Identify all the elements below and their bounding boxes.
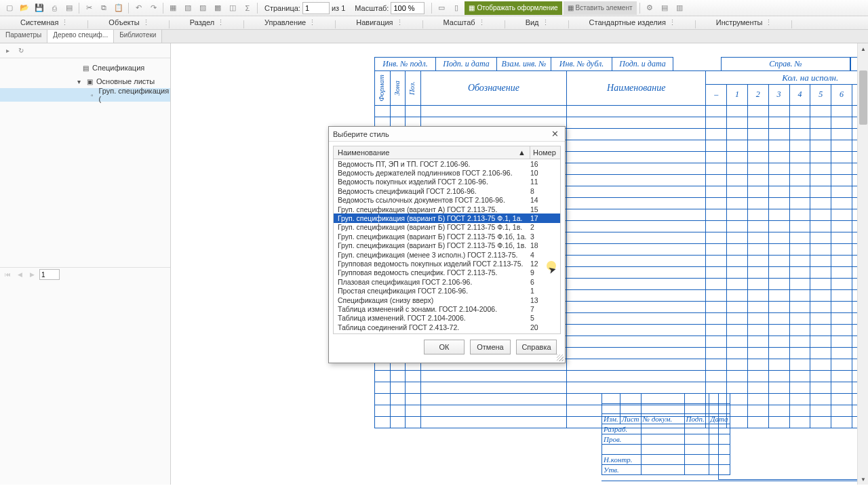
list-item[interactable]: Ведомость ссылочных документов ГОСТ 2.10… xyxy=(334,196,560,205)
menu-section[interactable]: Раздел⋮ xyxy=(170,18,244,27)
menu-view[interactable]: Вид⋮ xyxy=(505,18,569,27)
dialog-title: Выберите стиль xyxy=(333,130,389,138)
num-1: 1 xyxy=(727,85,748,106)
menu-manage[interactable]: Управление⋮ xyxy=(244,18,336,27)
spec-tree: ▤ Спецификация ▾ ▣ Основные листы ▫ Груп… xyxy=(0,58,170,267)
resize-handle[interactable] xyxy=(557,354,564,361)
tb-list: Лист xyxy=(620,414,641,424)
menu-objects[interactable]: Объекты⋮ xyxy=(88,18,169,27)
tb-prov: Пров. xyxy=(602,434,642,445)
paste-icon[interactable]: 📋 xyxy=(112,1,125,15)
print-icon[interactable]: ⎙ xyxy=(47,1,61,15)
tree-tool-icon[interactable]: ↻ xyxy=(16,46,26,56)
tool-icon[interactable]: ▩ xyxy=(211,1,224,15)
menu-standard[interactable]: Стандартные изделия⋮ xyxy=(569,18,696,27)
view-icon[interactable]: ▯ xyxy=(450,1,463,15)
list-item[interactable]: Спецификация (снизу вверх)13 xyxy=(334,296,560,304)
scroll-thumb[interactable] xyxy=(859,70,867,125)
nav-first-icon[interactable]: ⏮ xyxy=(3,270,12,279)
menu-tools[interactable]: Инструменты⋮ xyxy=(696,18,793,27)
zoom-input[interactable] xyxy=(391,2,425,14)
col-format: Формат xyxy=(376,72,386,104)
hdr-podp-data2: Подп. и дата xyxy=(612,58,673,71)
list-item[interactable]: Таблица соединений ГОСТ 2.413-72.20 xyxy=(334,323,560,331)
col-pos: Поз. xyxy=(407,79,416,98)
list-item[interactable]: Груп. спецификация (вариант Б) ГОСТ 2.11… xyxy=(334,223,560,232)
sigma-icon[interactable]: Σ xyxy=(241,1,254,15)
num-3: 3 xyxy=(768,85,789,106)
menu-zoom[interactable]: Масштаб⋮ xyxy=(423,18,505,27)
list-item[interactable]: Груп. спецификация (вариант Б) ГОСТ 2.11… xyxy=(334,241,560,250)
menu-system[interactable]: Системная⋮ xyxy=(0,18,88,27)
col-name: Наименование xyxy=(567,71,706,106)
view-icon[interactable]: ▭ xyxy=(435,1,448,15)
list-item[interactable]: Груп. спецификация (вариант Б) ГОСТ 2.11… xyxy=(334,214,560,222)
tab-spec-tree[interactable]: Дерево специф... xyxy=(47,30,114,43)
file-new-icon[interactable]: ▢ xyxy=(3,1,16,15)
collapse-icon[interactable]: ▾ xyxy=(75,77,83,85)
tool-icon[interactable]: ◫ xyxy=(226,1,239,15)
tree-root[interactable]: ▤ Спецификация xyxy=(0,61,170,75)
list-item[interactable]: Ведомость держателей подлинников ГОСТ 2.… xyxy=(334,168,560,177)
preview-icon[interactable]: ▤ xyxy=(62,1,76,15)
file-open-icon[interactable]: 📂 xyxy=(18,1,31,15)
close-icon[interactable]: ✕ xyxy=(549,128,561,140)
tb-dokum: № докум. xyxy=(641,414,684,424)
nav-prev-icon[interactable]: ◀ xyxy=(15,270,24,279)
help-button[interactable]: Справка xyxy=(516,340,557,354)
list-item[interactable]: Простая спецификация ГОСТ 2.106-96.1 xyxy=(334,286,560,295)
cut-icon[interactable]: ✂ xyxy=(82,1,96,15)
list-item[interactable]: Групповая ведомость покупных изделий ГОС… xyxy=(334,259,560,268)
hdr-inv-podl: Инв. № подл. xyxy=(375,58,436,71)
menubar: Системная⋮ Объекты⋮ Раздел⋮ Управление⋮ … xyxy=(0,16,868,30)
list-item[interactable]: Групповая ведомость специфик. ГОСТ 2.113… xyxy=(334,268,560,277)
list-item[interactable]: Таблица изменений. ГОСТ 2.104-2006.5 xyxy=(334,314,560,323)
cancel-button[interactable]: Отмена xyxy=(470,340,511,354)
folder-icon: ▣ xyxy=(85,77,94,85)
footer: Копировал Формат A4 xyxy=(601,481,868,485)
tool-icon[interactable]: ▨ xyxy=(196,1,210,15)
title-block: Изм. Лист № докум. Подп. Дата Разраб. Пр… xyxy=(601,393,730,475)
list-item[interactable]: Груп. спецификация (вариант Б) ГОСТ 2.11… xyxy=(334,232,560,241)
style-list[interactable]: Ведомость ПТ, ЭП и ТП. ГОСТ 2.106-96.16В… xyxy=(333,159,561,334)
redo-icon[interactable]: ↷ xyxy=(146,1,160,15)
vertical-scrollbar[interactable]: ▲ ▼ xyxy=(857,43,868,485)
nav-next-icon[interactable]: ▶ xyxy=(27,270,37,279)
tool-icon[interactable]: ▤ xyxy=(658,1,671,15)
list-item[interactable]: Ведомость ПТ, ЭП и ТП. ГОСТ 2.106-96.16 xyxy=(334,159,560,168)
list-item[interactable]: Груп. спецификация (вариант А) ГОСТ 2.11… xyxy=(334,205,560,214)
menu-navigation[interactable]: Навигация⋮ xyxy=(336,18,422,27)
table-row[interactable] xyxy=(375,105,869,117)
col-number-header[interactable]: Номер xyxy=(530,146,560,159)
tool-icon[interactable]: ▥ xyxy=(673,1,686,15)
save-icon[interactable]: 💾 xyxy=(33,1,46,15)
insert-element-button[interactable]: ▦ Вставить элемент xyxy=(564,1,637,15)
tree-tool-icon[interactable]: ▸ xyxy=(3,46,12,56)
table-row[interactable] xyxy=(375,370,869,382)
tab-libraries[interactable]: Библиотеки xyxy=(114,30,162,43)
list-item[interactable]: Груп. спецификация (менее 3 исполн.) ГОС… xyxy=(334,250,560,259)
list-item[interactable]: Плазовая спецификация ГОСТ 2.106-96.6 xyxy=(334,277,560,286)
show-design-button[interactable]: ▦ Отображать оформление xyxy=(465,1,561,15)
tree-group-spec[interactable]: ▫ Груп. спецификация ( xyxy=(0,88,170,102)
copy-icon[interactable]: ⧉ xyxy=(97,1,111,15)
tool-icon[interactable]: ⚙ xyxy=(643,1,656,15)
tab-parameters[interactable]: Параметры xyxy=(0,30,47,43)
scroll-up-icon[interactable]: ▲ xyxy=(858,43,868,54)
ok-button[interactable]: ОК xyxy=(424,340,465,354)
separator xyxy=(79,3,79,14)
table-row[interactable] xyxy=(375,382,869,393)
tb-razrab: Разраб. xyxy=(602,424,642,434)
tool-icon[interactable]: ▦ xyxy=(166,1,180,15)
list-item[interactable]: Ведомость покупных изделий ГОСТ 2.106-96… xyxy=(334,178,560,186)
undo-icon[interactable]: ↶ xyxy=(132,1,145,15)
sidebar-tools: ▸ ↻ xyxy=(0,43,170,58)
scroll-down-icon[interactable]: ▼ xyxy=(858,474,868,485)
tree-main-sheets[interactable]: ▾ ▣ Основные листы xyxy=(0,75,170,88)
list-item[interactable]: Таблица изменений с зонами. ГОСТ 2.104-2… xyxy=(334,304,560,313)
list-item[interactable]: Ведомость спецификаций ГОСТ 2.106-96.8 xyxy=(334,186,560,195)
row-number-input[interactable] xyxy=(39,269,60,280)
page-input[interactable] xyxy=(302,2,330,14)
tool-icon[interactable]: ▧ xyxy=(181,1,195,15)
col-name-header[interactable]: Наименование▲ xyxy=(334,146,530,159)
